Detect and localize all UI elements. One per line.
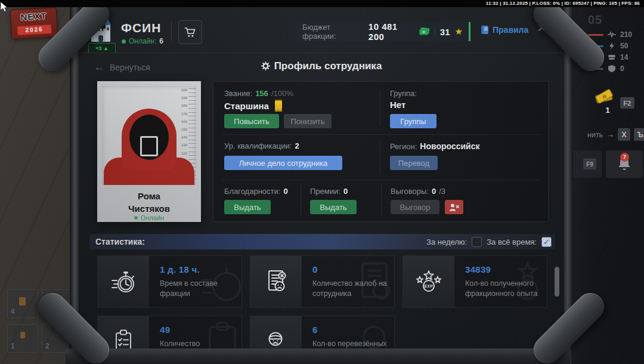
demote-button[interactable]: Понизить — [284, 114, 332, 128]
status-bar: 11:32 | 31.12.2025 | P.LOSS: 0% | ID: 69… — [0, 0, 644, 7]
employee-info-panel: Звание: 156 /100% Старшина Повысить Пони… — [213, 81, 549, 222]
rank-name: Старшина — [224, 101, 269, 111]
lightning-icon — [608, 42, 616, 50]
divider — [222, 180, 540, 180]
f9-slot: F9 — [573, 150, 602, 178]
bonus-value: 0 — [343, 187, 348, 196]
stat-value: 49 — [160, 325, 170, 335]
slot-number: 4 — [11, 307, 15, 316]
logo-text: NEXT — [11, 10, 57, 23]
shield-icon — [608, 65, 616, 72]
slot-number: 2 — [45, 342, 49, 350]
employee-name: Рома Чистяков — [97, 190, 201, 215]
online-label: Онлайн — [141, 214, 164, 221]
reprimands-max: /3 — [439, 187, 445, 196]
stat-label: Кол-во полученного фракционного опыта — [465, 279, 545, 299]
stat-card-exp: EXP 34839 Кол-во полученного фракционног… — [402, 255, 547, 308]
divider — [380, 141, 380, 175]
page-title-text: Профиль сотрудника — [274, 60, 382, 72]
give-bonus-button[interactable]: Выдать — [310, 200, 357, 214]
divider — [301, 184, 301, 215]
divider — [171, 21, 172, 41]
key-f2: F2 — [620, 97, 634, 109]
icon-box — [250, 256, 302, 307]
mask-square-symbol — [140, 136, 158, 156]
rank-line: Звание: 156 /100% — [224, 89, 293, 98]
icon-box: EXP — [403, 256, 454, 307]
week-filter-label: За неделю: — [426, 237, 467, 246]
stat-label: Количество жалоб на сотрудника — [312, 279, 392, 299]
scrollbar-thumb[interactable] — [555, 267, 559, 297]
logo-year: 2026 — [17, 24, 52, 35]
food-icon — [608, 54, 616, 61]
person-remove-icon — [449, 203, 460, 212]
employee-photo-card: 200 190 180 170 160 150 140 130 120 110 … — [97, 81, 201, 222]
key-hardsign: Ъ — [634, 128, 644, 141]
star-icon: ★ — [455, 26, 463, 37]
alltime-checkbox[interactable]: ✓ — [541, 237, 552, 247]
health-bar — [588, 34, 603, 36]
arrow-right-icon: → — [606, 130, 614, 139]
divider — [435, 27, 435, 36]
svg-text:EXP: EXP — [425, 284, 434, 288]
notification-badge: 7 — [620, 153, 629, 162]
online-label: Онлайн: — [129, 37, 156, 45]
level-up-icon: ▲ — [103, 45, 109, 51]
region-value: Новороссийск — [420, 141, 479, 151]
reprimand-button[interactable]: Выговор — [391, 200, 439, 214]
online-status: Онлайн: 6 — [122, 37, 163, 45]
heartbeat-icon — [608, 31, 616, 38]
fire-employee-button[interactable] — [445, 200, 463, 214]
statistics-filters: За неделю: За всё время: ✓ — [426, 234, 552, 249]
rules-button[interactable]: Правила — [481, 25, 528, 35]
key-f9: F9 — [583, 159, 596, 169]
qualification-line: Ур. квалификации: 2 — [224, 141, 299, 150]
stat-label: Время в составе фракции — [160, 279, 240, 299]
gear-icon — [261, 61, 270, 70]
region-label: Регион: — [390, 142, 417, 151]
rules-label: Правила — [493, 25, 528, 35]
statistics-title: Статистика: — [95, 234, 145, 249]
give-thanks-button[interactable]: Выдать — [224, 200, 271, 214]
promote-button[interactable]: Повысить — [224, 114, 279, 128]
stars-count: 31 — [440, 27, 450, 37]
stat-value: 6 — [312, 325, 318, 335]
alltime-filter-label: За всё время: — [487, 237, 537, 246]
thanks-line: Благодарности: 0 — [224, 187, 288, 196]
stat-label: Кол-во перевезённых — [312, 339, 392, 349]
mouse-cursor-icon — [1, 2, 9, 13]
divider — [380, 90, 380, 126]
stat-card-complaints: 0 Количество жалоб на сотрудника — [250, 255, 395, 308]
rank-progress: 156 — [255, 89, 268, 98]
qualification-value: 2 — [295, 141, 299, 150]
stat-label: Количество — [160, 339, 240, 349]
tablet-bezel-bottom — [66, 348, 570, 364]
groups-button[interactable]: Группы — [390, 114, 436, 128]
faction-name: ФСИН — [121, 21, 161, 35]
online-dot-icon — [122, 39, 126, 44]
thanks-value: 0 — [283, 187, 287, 196]
budget-value: 10 481 200 — [369, 21, 414, 42]
ticket-count: 1 — [599, 106, 617, 115]
energy-value: 50 — [620, 42, 628, 50]
last-name: Чистяков — [97, 202, 201, 215]
personal-file-button[interactable]: Личное дело сотрудника — [224, 156, 342, 170]
qualification-label: Ур. квалификации: — [224, 141, 292, 150]
hint-text: нить — [587, 131, 603, 139]
week-checkbox[interactable] — [472, 237, 482, 247]
shop-button[interactable] — [178, 20, 202, 44]
cart-icon — [184, 26, 196, 39]
transfer-button[interactable]: Перевод — [390, 156, 438, 170]
stat-card-time: 1 д. 18 ч. Время в составе фракции — [97, 255, 242, 308]
key-x: X — [618, 128, 630, 141]
level-value: +3 — [95, 45, 101, 51]
divider — [78, 53, 565, 53]
bonus-line: Премии: 0 — [310, 187, 348, 196]
rank-label: Звание: — [224, 89, 252, 98]
money-icon — [419, 27, 430, 36]
item-icon — [20, 332, 25, 338]
reprimands-line: Выговоры: 0 /3 — [391, 187, 445, 196]
page-title: Профиль сотрудника — [78, 60, 565, 72]
group-value-line: Нет — [390, 100, 405, 110]
hotbar-slot: 1 — [7, 324, 38, 353]
